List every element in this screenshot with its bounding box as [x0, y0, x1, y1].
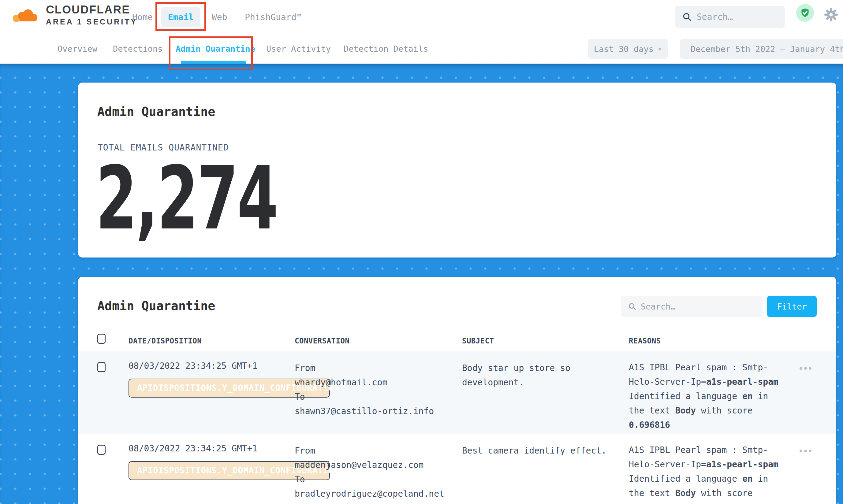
time-range-dropdown[interactable]: Last 30 days ▾ [588, 39, 668, 59]
page-content: Admin Quarantine TOTAL EMAILS QUARANTINE… [0, 64, 843, 504]
gear-icon [824, 7, 838, 22]
global-search[interactable] [675, 6, 785, 28]
row-subject: Best camera identify effect. [462, 444, 613, 458]
row-actions-button[interactable] [800, 367, 811, 370]
cloudflare-cloud-icon [11, 5, 40, 25]
tab-detection-details[interactable]: Detection Details [344, 44, 428, 54]
date-range-text: December 5th 2022 — January 4th 2023 [691, 44, 843, 54]
to-email: shawn37@castillo-ortiz.info [295, 404, 434, 418]
nav-item-phishguard[interactable]: PhishGuard™ [245, 12, 301, 22]
nav-item-web[interactable]: Web [212, 12, 227, 22]
filter-button[interactable]: Filter [767, 296, 817, 317]
brand-logo: CLOUDFLARE’ AREA 1 SECURITY [11, 4, 137, 26]
row-reasons: A1S IPBL Pearl spam : Smtp-Helo-Server-I… [629, 360, 783, 432]
brand-subtitle: AREA 1 SECURITY [46, 17, 137, 26]
from-email: maddenjason@velazquez.com [295, 458, 444, 472]
search-icon [682, 12, 692, 22]
active-tab-underline [181, 61, 246, 64]
table-search-input[interactable] [641, 302, 742, 311]
chevron-down-icon: ▾ [658, 45, 662, 53]
email-section-tabs: Overview Detections Admin Quarantine Use… [0, 34, 843, 64]
from-email: whardy@hotmail.com [295, 375, 434, 390]
from-label: From [295, 361, 434, 375]
select-all-checkbox[interactable] [97, 334, 106, 344]
shield-check-icon [800, 8, 810, 18]
table-search[interactable] [621, 296, 762, 317]
row-checkbox[interactable] [97, 445, 106, 455]
column-header-conversation: CONVERSATION [295, 337, 349, 345]
row-subject: Body star up store so development. [462, 361, 613, 390]
column-header-reasons: REASONS [629, 337, 661, 345]
metric-value: 2,274 [96, 155, 277, 242]
settings-button[interactable] [824, 7, 838, 23]
table-title: Admin Quarantine [97, 299, 215, 313]
time-range-label: Last 30 days [594, 44, 654, 54]
page-title: Admin Quarantine [97, 105, 215, 119]
nav-item-home[interactable]: Home [132, 12, 153, 22]
tab-overview[interactable]: Overview [57, 44, 97, 54]
top-header: CLOUDFLARE’ AREA 1 SECURITY Home Email W… [0, 0, 843, 34]
protection-status-badge[interactable] [796, 4, 814, 22]
table-row: 08/03/2022 23:34:25 GMT+1 APIDISPOSITION… [78, 434, 836, 504]
row-date: 08/03/2022 23:34:25 GMT+1 [128, 444, 257, 453]
column-header-date-disposition: DATE/DISPOSITION [128, 337, 201, 345]
tab-user-activity[interactable]: User Activity [266, 44, 331, 54]
search-icon [628, 302, 636, 311]
row-date: 08/03/2022 23:34:25 GMT+1 [128, 361, 257, 371]
tab-detections[interactable]: Detections [113, 44, 163, 54]
table-row: 08/03/2022 23:34:25 GMT+1 APIDISPOSITION… [78, 351, 836, 434]
global-search-input[interactable] [697, 12, 773, 22]
row-reasons: A1S IPBL Pearl spam : Smtp-Helo-Server-I… [629, 443, 783, 504]
row-checkbox[interactable] [97, 362, 106, 372]
from-label: From [295, 444, 444, 458]
to-email: bradleyrodriguez@copeland.net [295, 487, 444, 501]
to-label: To [295, 390, 434, 404]
tab-admin-quarantine-active[interactable]: Admin Quarantine [176, 44, 255, 54]
column-header-subject: SUBJECT [462, 337, 494, 345]
row-conversation: From whardy@hotmail.com To shawn37@casti… [295, 361, 434, 418]
row-conversation: From maddenjason@velazquez.com To bradle… [295, 444, 444, 501]
summary-card: Admin Quarantine TOTAL EMAILS QUARANTINE… [78, 83, 836, 257]
brand-name: CLOUDFLARE’ [46, 4, 137, 16]
row-actions-button[interactable] [800, 450, 811, 452]
nav-item-email-active[interactable]: Email [161, 7, 200, 27]
quarantine-table-card: Admin Quarantine Filter DATE/DISPOSITION… [78, 277, 836, 504]
date-range-display[interactable]: December 5th 2022 — January 4th 2023 [680, 39, 843, 59]
to-label: To [295, 472, 444, 487]
brand-trademark: ’ [130, 7, 132, 13]
brand-text: CLOUDFLARE’ AREA 1 SECURITY [46, 4, 137, 26]
